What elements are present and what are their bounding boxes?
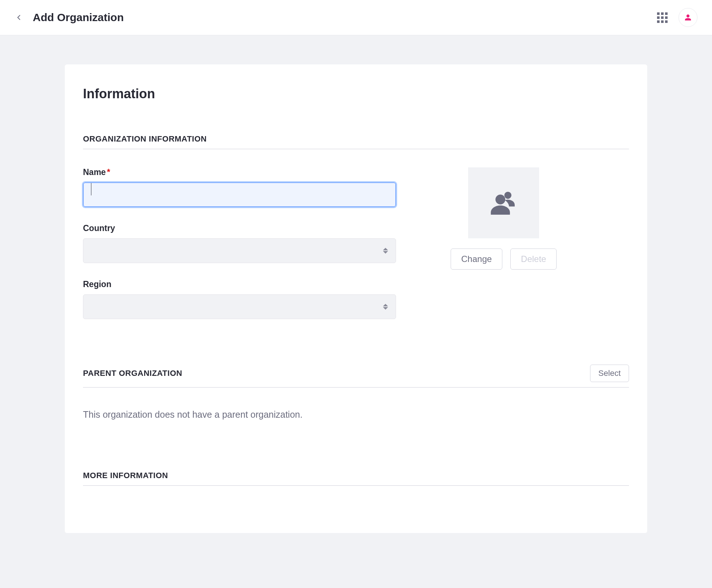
change-logo-button[interactable]: Change (451, 249, 502, 270)
region-select[interactable] (83, 294, 396, 319)
required-indicator: * (107, 167, 110, 177)
country-select[interactable] (83, 238, 396, 263)
svg-point-1 (495, 194, 505, 204)
org-info-row: Name* Country Region (83, 167, 629, 335)
country-label: Country (83, 223, 396, 233)
logo-buttons: Change Delete (451, 249, 557, 270)
region-group: Region (83, 279, 396, 319)
form-card: Information ORGANIZATION INFORMATION Nam… (65, 64, 647, 533)
svg-point-0 (504, 191, 511, 199)
page-title: Add Organization (33, 11, 124, 24)
delete-logo-button: Delete (510, 249, 557, 270)
apps-grid-icon (657, 12, 668, 23)
org-logo-placeholder (468, 167, 539, 238)
page-header: Add Organization (0, 0, 712, 35)
parent-org-section: PARENT ORGANIZATION Select This organiza… (83, 365, 629, 420)
more-info-section: MORE INFORMATION (83, 471, 629, 486)
card-title: Information (83, 86, 629, 102)
name-input[interactable] (83, 182, 396, 207)
apps-button[interactable] (657, 12, 668, 23)
select-parent-button[interactable]: Select (590, 365, 629, 382)
country-group: Country (83, 223, 396, 263)
section-more-info-heading: MORE INFORMATION (83, 471, 629, 486)
form-column: Name* Country Region (83, 167, 396, 335)
logo-column: Change Delete (451, 167, 600, 270)
organization-icon (487, 187, 520, 219)
name-group: Name* (83, 167, 396, 207)
back-button[interactable] (15, 14, 23, 21)
user-avatar[interactable] (679, 8, 697, 27)
parent-org-empty-text: This organization does not have a parent… (83, 409, 629, 420)
header-right (657, 8, 697, 27)
name-label-text: Name (83, 167, 106, 177)
header-left: Add Organization (15, 11, 124, 24)
section-parent-org-heading: PARENT ORGANIZATION (83, 369, 182, 378)
region-label: Region (83, 279, 396, 289)
name-label: Name* (83, 167, 396, 177)
chevron-left-icon (15, 14, 23, 21)
parent-org-heading-row: PARENT ORGANIZATION Select (83, 365, 629, 388)
country-select-wrap (83, 238, 396, 263)
user-icon (684, 13, 692, 21)
region-select-wrap (83, 294, 396, 319)
section-org-info-heading: ORGANIZATION INFORMATION (83, 134, 629, 149)
content-wrap: Information ORGANIZATION INFORMATION Nam… (0, 35, 712, 562)
